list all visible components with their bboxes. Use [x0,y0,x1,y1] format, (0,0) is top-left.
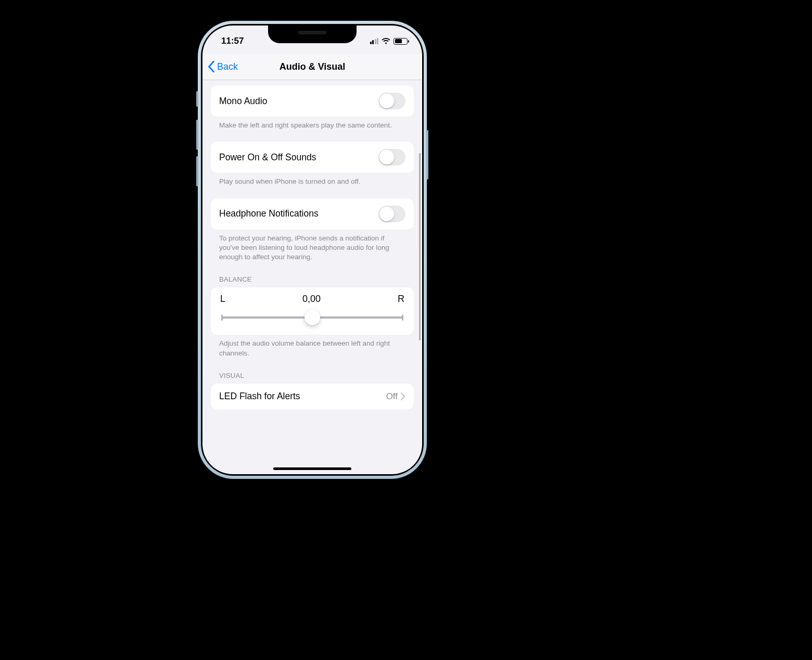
led-flash-label: LED Flash for Alerts [219,391,300,402]
mono-audio-row: Mono Audio [211,85,414,117]
led-flash-value: Off [386,391,398,402]
wifi-icon [382,38,390,44]
led-flash-row[interactable]: LED Flash for Alerts Off [211,384,414,410]
volume-up-button[interactable] [196,120,198,150]
volume-down-button[interactable] [196,156,198,186]
mono-audio-label: Mono Audio [219,96,267,107]
balance-thumb[interactable] [304,310,320,325]
power-sounds-toggle[interactable] [378,149,405,166]
back-label: Back [217,61,238,72]
scroll-indicator [419,153,421,340]
notch [268,26,357,43]
back-button[interactable]: Back [208,54,238,80]
device-frame: 11:57 [198,21,427,479]
side-button[interactable] [426,130,428,180]
balance-footer: Adjust the audio volume balance between … [211,335,414,358]
visual-header: VISUAL [211,358,414,384]
cellular-icon [370,38,379,44]
settings-scrollview[interactable]: minimise distractions and help you to fo… [202,80,422,474]
mono-audio-toggle[interactable] [378,93,405,109]
balance-right-label: R [398,294,404,304]
balance-slider[interactable] [219,310,405,325]
power-sounds-footer: Play sound when iPhone is turned on and … [211,173,414,186]
headphone-notifications-row: Headphone Notifications [211,198,414,230]
ring-silent-switch[interactable] [196,91,198,107]
balance-value: 0,00 [302,294,321,304]
balance-cell: L 0,00 R [211,287,414,335]
power-sounds-row: Power On & Off Sounds [211,142,414,173]
balance-header: BALANCE [211,262,414,287]
home-indicator[interactable] [273,467,351,470]
power-sounds-label: Power On & Off Sounds [219,152,316,163]
battery-icon [394,38,408,45]
chevron-right-icon [401,392,405,400]
headphone-notifications-toggle[interactable] [378,206,405,222]
headphone-notifications-footer: To protect your hearing, iPhone sends a … [211,230,414,262]
page-title: Audio & Visual [280,61,346,72]
nav-bar: Back Audio & Visual [202,54,422,80]
status-time: 11:57 [221,36,244,46]
chevron-left-icon [208,61,215,72]
balance-left-label: L [220,294,225,304]
mono-audio-footer: Make the left and right speakers play th… [211,117,414,130]
headphone-notifications-label: Headphone Notifications [219,208,319,219]
